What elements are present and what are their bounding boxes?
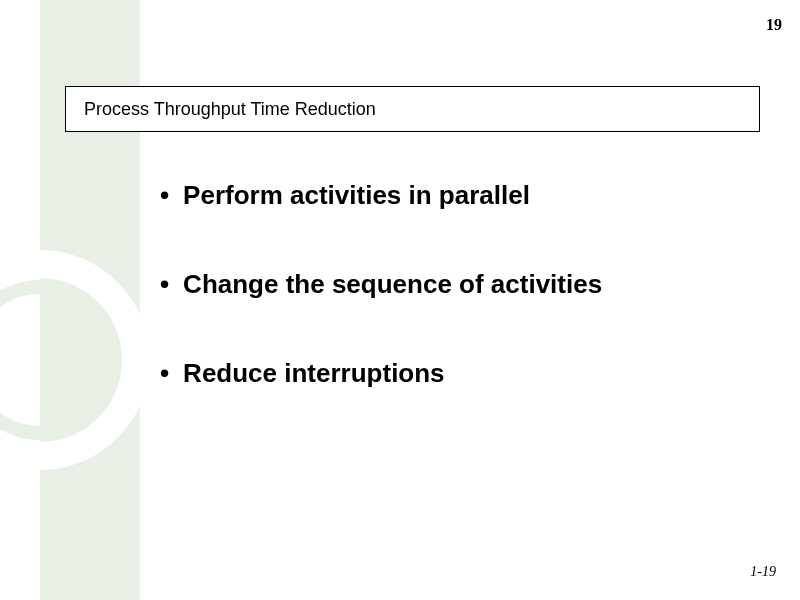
slide-title: Process Throughput Time Reduction — [65, 86, 760, 132]
bullet-text: Reduce interruptions — [183, 358, 444, 389]
bullet-item: • Change the sequence of activities — [160, 269, 760, 300]
bullet-text: Perform activities in parallel — [183, 180, 530, 211]
bullet-dot-icon: • — [160, 358, 169, 389]
bullet-dot-icon: • — [160, 269, 169, 300]
page-number-bottom: 1-19 — [750, 564, 776, 580]
bullet-item: • Perform activities in parallel — [160, 180, 760, 211]
bullet-item: • Reduce interruptions — [160, 358, 760, 389]
bullet-list: • Perform activities in parallel • Chang… — [160, 180, 760, 447]
bullet-text: Change the sequence of activities — [183, 269, 602, 300]
bullet-dot-icon: • — [160, 180, 169, 211]
page-number-top: 19 — [766, 16, 782, 34]
